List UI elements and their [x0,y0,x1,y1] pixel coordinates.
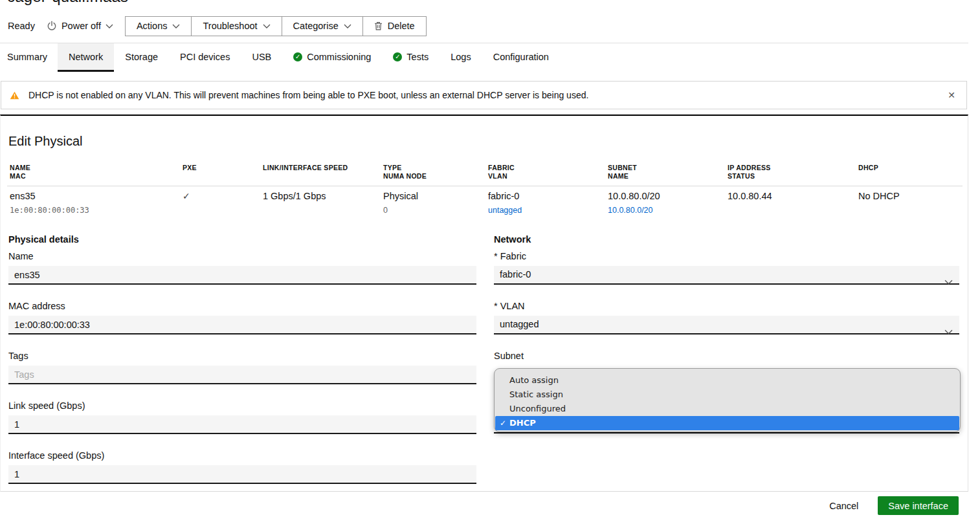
close-icon[interactable]: ✕ [945,87,958,103]
column-header-subnet-name: SUBNETNAME [608,164,637,180]
subnet-option-static-assign[interactable]: Static assign [495,388,960,402]
edit-physical-card: Edit Physical NAMEMAC PXE LINK/INTERFACE… [0,115,968,492]
dhcp-warning-banner: DHCP is not enabled on any VLAN. This wi… [1,81,967,109]
cell-name-mac: ens35 1e:00:80:00:00:33 [10,191,89,216]
vlan-label: * VLAN [494,300,959,312]
column-header-ip-status: IP ADDRESSSTATUS [728,164,771,180]
fabric-label: * Fabric [494,250,959,263]
column-header-name-mac: NAMEMAC [10,164,30,180]
tab-pci-devices[interactable]: PCI devices [169,43,241,72]
tab-network[interactable]: Network [58,43,114,72]
edit-physical-heading: Edit Physical [8,133,83,149]
vlan-link[interactable]: untagged [488,206,522,215]
physical-details-heading: Physical details [8,233,476,246]
subnet-option-dhcp[interactable]: ✓ DHCP [495,416,959,430]
troubleshoot-menu-button[interactable]: Troubleshoot [191,17,281,36]
machine-status: Ready [8,21,35,31]
categorise-menu-label: Categorise [293,21,339,31]
tags-label: Tags [8,349,476,362]
vlan-select[interactable]: untagged [494,316,959,334]
subnet-dropdown-menu: Auto assign Static assign Unconfigured ✓… [494,368,961,432]
subnet-link[interactable]: 10.0.80.0/20 [608,206,653,215]
interface-speed-field[interactable] [8,465,476,484]
fabric-select[interactable]: fabric-0 [494,266,959,285]
power-menu-label: Power off [61,21,101,31]
physical-details-form: Physical details Name MAC address Tags L… [8,233,476,499]
cell-ip-status: 10.0.80.44 [728,191,772,202]
power-menu-button[interactable]: Power off [47,21,113,31]
machine-tabs: Summary Network Storage PCI devices USB … [7,43,560,72]
mac-address-field[interactable] [8,316,476,334]
machine-actions-group: Actions Troubleshoot Categorise Delete [125,16,427,36]
machine-status-bar: Ready Power off Actions Troubleshoot Cat… [8,16,427,36]
actions-menu-button[interactable]: Actions [126,17,192,36]
interface-speed-label: Interface speed (Gbps) [8,449,476,462]
network-heading: Network [494,233,959,246]
cancel-button[interactable]: Cancel [824,498,863,514]
chevron-down-icon [263,24,271,28]
troubleshoot-menu-label: Troubleshoot [203,21,257,31]
numa-node: 0 [383,205,418,216]
categorise-menu-button[interactable]: Categorise [282,17,362,36]
chevron-down-icon [172,24,180,28]
column-header-type-numa: TYPENUMA NODE [383,164,427,180]
column-header-link-speed: LINK/INTERFACE SPEED [263,164,348,172]
cell-dhcp: No DHCP [858,191,900,202]
machine-details-page: cager-quail.maas Ready Power off Actions… [0,0,980,526]
chevron-down-icon [944,273,953,290]
subnet-label: Subnet [494,349,959,362]
pxe-check-icon: ✓ [183,191,190,201]
actions-menu-label: Actions [137,21,168,31]
chevron-down-icon [106,24,113,28]
interface-mac: 1e:00:80:00:00:33 [10,205,89,216]
delete-label: Delete [388,21,415,31]
selected-check-icon: ✓ [500,416,506,430]
name-field[interactable] [8,266,476,285]
network-form: Network * Fabric fabric-0 * VLAN untagge… [494,233,959,377]
cell-type-numa: Physical 0 [383,191,418,216]
warning-icon [10,91,19,100]
cell-link-speed: 1 Gbps/1 Gbps [263,191,326,202]
success-check-icon: ✓ [393,52,402,61]
cell-fabric-vlan: fabric-0 untagged [488,191,522,216]
tab-commissioning[interactable]: ✓ Commissioning [282,43,382,72]
trash-icon [374,21,383,30]
cell-pxe: ✓ [183,191,190,202]
link-speed-field[interactable] [8,415,476,434]
column-header-fabric-vlan: FABRICVLAN [488,164,515,180]
subnet-select-underline [494,432,959,433]
table-header-divider [7,186,963,186]
delete-button[interactable]: Delete [362,17,426,36]
tab-tests[interactable]: ✓ Tests [382,43,440,72]
interface-name: ens35 [10,191,36,201]
tab-logs[interactable]: Logs [440,43,482,72]
chevron-down-icon [344,24,351,28]
link-speed-label: Link speed (Gbps) [8,399,476,412]
chevron-down-icon [944,323,953,340]
column-header-dhcp: DHCP [858,164,878,172]
tab-storage[interactable]: Storage [114,43,169,72]
subnet-option-auto-assign[interactable]: Auto assign [495,373,960,388]
mac-address-label: MAC address [8,300,476,312]
power-icon [47,21,57,31]
tags-field[interactable] [8,366,476,384]
save-interface-button[interactable]: Save interface [878,496,959,515]
tab-summary[interactable]: Summary [7,43,58,72]
machine-title: cager-quail.maas [7,0,128,7]
name-label: Name [8,250,476,263]
tab-configuration[interactable]: Configuration [482,43,560,72]
cell-subnet-name: 10.0.80.0/20 10.0.80.0/20 [608,191,660,216]
tab-usb[interactable]: USB [241,43,282,72]
column-header-pxe: PXE [183,164,197,172]
form-footer: Cancel Save interface [0,496,959,515]
warning-banner-text: DHCP is not enabled on any VLAN. This wi… [28,90,588,100]
subnet-option-unconfigured[interactable]: Unconfigured [495,402,960,416]
success-check-icon: ✓ [293,52,302,61]
